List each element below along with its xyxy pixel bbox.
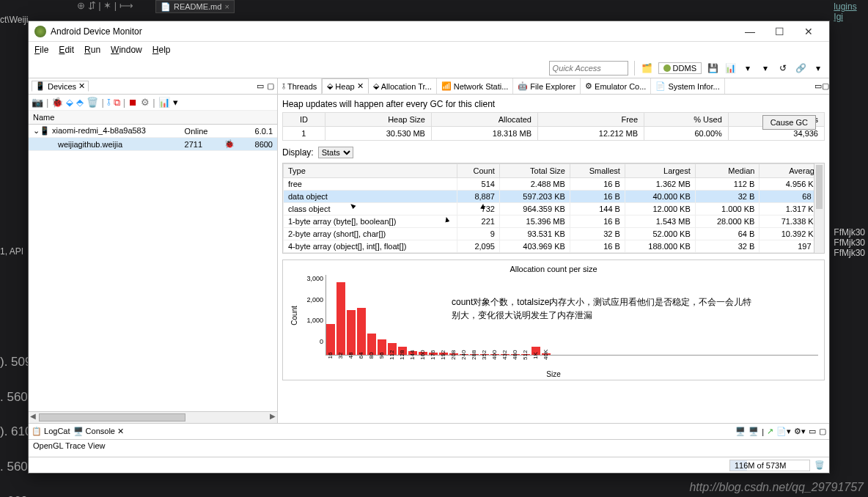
maximize-button[interactable]: ☐ [765,26,794,37]
tab-threads[interactable]: ⫱ Threads [278,78,322,94]
devices-table: Name ⌄📱 xiaomi-redmi_4-b8a9a583 Online6.… [29,111,277,151]
device-row[interactable]: ⌄📱 xiaomi-redmi_4-b8a9a583 Online6.0.1 [29,125,277,138]
heap-info: Heap updates will happen after every GC … [282,99,825,109]
cause-gc-button[interactable]: Cause GC [762,115,816,130]
close-icon[interactable]: × [224,2,229,11]
v-scrollbar[interactable] [814,163,824,253]
tb-icon-1[interactable]: 💾 [706,62,719,75]
type-row[interactable]: free5142.488 MB16 B1.362 MB112 B4.956 KB [284,178,824,191]
bg-tab-label: README.md [174,2,221,11]
thread-icon[interactable]: ⫱ [107,97,111,108]
tb-icon-5[interactable]: ↺ [776,62,790,75]
hier-icon[interactable]: 📊 [158,97,170,108]
tab-console[interactable]: 🖥️ Console ✕ [73,427,124,436]
right-tabs: ⫱ Threads ⬙ Heap ✕ ⬙ Allocation Tr... 📶 … [278,78,829,95]
minimize-button[interactable]: — [735,26,765,37]
console-ic-4[interactable]: 📄▾ [776,427,791,436]
menu-file[interactable]: File [34,45,48,55]
gc-icon[interactable]: ⚙ [141,97,150,108]
heap-icon[interactable]: ⬙ [66,97,73,108]
tb-icon-2[interactable]: 📊 [724,62,737,75]
heap-summary-table: IDHeap Size AllocatedFree % Used# Object… [282,112,825,141]
col-name[interactable]: Name [29,111,180,125]
console-body: OpenGL Trace View [29,440,829,457]
tab-heap[interactable]: ⬙ Heap ✕ [322,78,368,94]
process-row[interactable]: weijiagithub.weijia 2711🐞8600 [29,138,277,151]
trash-icon[interactable]: 🗑️ [87,97,98,108]
titlebar: Android Device Monitor — ☐ ✕ [29,21,829,42]
display-select[interactable]: Stats [318,147,353,158]
trash-status-icon[interactable]: 🗑️ [814,460,825,470]
tb-icon-7[interactable]: ▾ [812,62,825,75]
heap-summary-row[interactable]: 130.530 MB 18.318 MB12.212 MB 60.00%34,9… [283,127,825,141]
close-button[interactable]: ✕ [794,26,823,37]
tb-icon-3[interactable]: ▾ [741,62,754,75]
type-row[interactable]: class object732964.359 KB144 B12.000 KB1… [284,203,824,216]
tb-icon-6[interactable]: 🔗 [794,62,807,75]
console-ic-5[interactable]: ⚙▾ [794,427,806,436]
main-toolbar: 🗂️ DDMS 💾 📊 ▾ ▾ ↺ 🔗 ▾ [29,58,829,78]
chart-yticks: 3,0002,0001,0000 [299,275,326,356]
stop-icon[interactable]: ⏹ [128,97,138,108]
menu-run[interactable]: Run [84,45,100,55]
view-min2-icon[interactable]: ▭ [809,427,816,436]
devices-toolbar: 📷 | 🐞 ⬙ ⬘ 🗑️ | ⫱ ⧉ | ⏹ ⚙ | 📊 ▾ [29,95,277,111]
tab-emulator[interactable]: ⚙ Emulator Co... [581,78,651,94]
chart-xticks: 1632486480961121281441601761922082402883… [289,356,818,366]
right-pane: ⫱ Threads ⬙ Heap ✕ ⬙ Allocation Tr... 📶 … [278,78,829,423]
memory-indicator[interactable]: 116M of 573M [729,460,810,471]
bg-api: 1, API [0,246,23,257]
tab-sysinfo[interactable]: 📄 System Infor... [651,78,724,94]
tab-file-explorer[interactable]: 🤖 File Explorer [513,78,581,94]
type-row[interactable]: 4-byte array (object[], int[], float[])2… [284,240,824,253]
chart-ylabel: Count [290,306,298,325]
bg-gutter: ). 509. 560). 610 . 560. 660. 660 [0,345,32,497]
menu-edit[interactable]: Edit [59,45,74,55]
console-ic-1[interactable]: 🖥️ [735,427,746,436]
menu-help[interactable]: Help [152,45,171,55]
console-ic-3[interactable]: ↗ [767,427,773,436]
devices-pane: 📱 Devices ✕ ▭ ▢ 📷 | 🐞 ⬙ ⬘ 🗑️ | ⫱ ⧉ | ⏹ ⚙… [29,78,278,423]
view-minimize-icon[interactable]: ▭ [257,81,264,91]
chart-bar [347,310,356,355]
view-maximize-icon[interactable]: ▢ [267,81,274,91]
window-title: Android Device Monitor [51,26,142,37]
type-row[interactable]: data object8,887597.203 KB16 B40.000 KB3… [284,191,824,203]
devices-tab[interactable]: 📱 Devices ✕ [32,81,89,92]
view-min-icon[interactable]: ▭ [814,81,822,91]
watermark: http://blog.csdn.net/qq_29791757 [689,481,864,494]
debug-icon[interactable]: 🐞 [51,97,63,108]
adm-window: Android Device Monitor — ☐ ✕ File Edit R… [28,21,830,474]
bg-editor-tab[interactable]: 📄 README.md × [155,0,235,13]
type-table: TypeCount Total SizeSmallest LargestMedi… [283,163,824,253]
tab-network[interactable]: 📶 Network Stati... [437,78,514,94]
app-icon [34,26,46,37]
menu-window[interactable]: Window [111,45,142,55]
chart-title: Allocation count per size [289,265,818,273]
chart-xlabel: Size [289,370,818,378]
view-max2-icon[interactable]: ▢ [819,427,826,436]
h-scrollbar[interactable] [29,411,277,423]
chart-bar [326,324,335,355]
perspective-ddms[interactable]: DDMS [658,62,702,74]
tb-icon-4[interactable]: ▾ [759,62,772,75]
type-row[interactable]: 1-byte array (byte[], boolean[])22115.39… [284,216,824,228]
chart-bar [357,308,366,355]
quick-access-input[interactable] [549,61,628,76]
bottom-pane: 📋 LogCat 🖥️ Console ✕ 🖥️ 🖥️ | ↗ 📄▾ ⚙▾ ▭ … [29,423,829,457]
menu-icon[interactable]: ▾ [173,97,178,108]
method-icon[interactable]: ⧉ [114,97,120,108]
tab-allocation[interactable]: ⬙ Allocation Tr... [369,78,437,94]
tab-logcat[interactable]: 📋 LogCat [32,427,70,436]
view-max-icon[interactable]: ▢ [822,81,829,91]
type-table-wrap: TypeCount Total SizeSmallest LargestMedi… [282,163,825,254]
chart-bars [326,275,818,356]
bg-ide-icons: ⊕ ⇵ | ✶ | ⟼ [77,0,133,11]
menubar: File Edit Run Window Help [29,42,829,58]
screenshot-icon[interactable]: 📷 [32,97,43,108]
dump-icon[interactable]: ⬘ [76,97,84,108]
type-row[interactable]: 2-byte array (short[], char[])993.531 KB… [284,228,824,240]
display-label: Display: [282,147,314,158]
open-perspective-icon[interactable]: 🗂️ [641,62,654,75]
console-ic-2[interactable]: 🖥️ [749,427,759,436]
